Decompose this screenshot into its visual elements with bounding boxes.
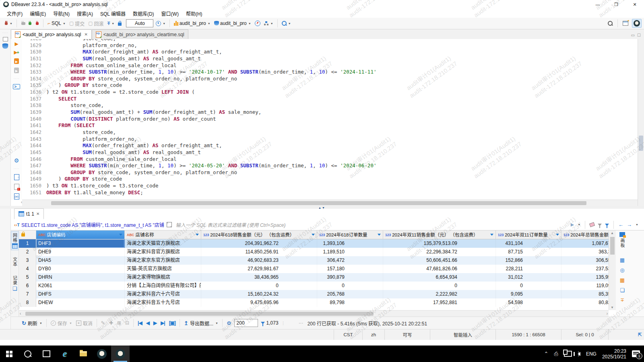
menu-item-4[interactable]: SQL 编辑器 <box>97 9 129 18</box>
metadata-panel-icon[interactable] <box>620 267 624 273</box>
data-cell[interactable]: 0 <box>201 282 317 290</box>
next-page-button[interactable]: ▶ <box>152 319 158 327</box>
data-cell[interactable]: 47,681,826.06 <box>383 265 496 273</box>
grid-panel-icon[interactable] <box>620 278 625 283</box>
data-cell[interactable]: 114,850,256.91 <box>201 248 317 256</box>
data-cell[interactable]: 0 <box>496 282 561 290</box>
data-cell[interactable]: DHRN <box>36 273 125 282</box>
data-cell[interactable]: 海澜之家天猫官方旗舰店 <box>125 239 201 248</box>
export-data-button[interactable]: 导出数据... ▼ <box>183 319 219 327</box>
editor-horizontal-scrollbar[interactable] <box>22 200 638 206</box>
export-script-icon[interactable] <box>14 174 19 180</box>
forward-arrow-icon[interactable]: → <box>627 222 632 228</box>
column-sort-dropdown-icon[interactable] <box>312 234 315 236</box>
minimize-button[interactable]: — <box>588 0 607 9</box>
database-navigator-icon[interactable] <box>2 43 8 50</box>
transaction-history-button[interactable]: ▼ <box>155 20 167 27</box>
menu-item-3[interactable]: 搜索(A) <box>73 9 97 18</box>
search-button[interactable]: ▼ <box>281 20 292 27</box>
expand-filter-icon[interactable] <box>167 222 172 227</box>
row-number-cell[interactable]: 1 <box>19 239 36 248</box>
data-cell[interactable]: 157,180 <box>317 265 383 273</box>
execute-script-button[interactable] <box>14 58 19 64</box>
data-cell[interactable]: 204,391,962.72 <box>201 239 317 248</box>
data-cell[interactable]: 152,866 <box>496 256 561 265</box>
first-page-button[interactable]: |◀ <box>136 319 143 327</box>
add-row-icon[interactable]: ✚ <box>109 320 113 326</box>
maximize-editor-icon[interactable]: ☐ <box>637 33 641 37</box>
data-cell[interactable]: 27,629,981.67 <box>201 265 317 273</box>
result-view-tab-2[interactable]: 记录 <box>11 274 19 292</box>
variables-file-icon[interactable]: (w) <box>14 193 19 200</box>
column-sort-dropdown-icon[interactable] <box>196 234 199 236</box>
data-cell[interactable]: 431,104 <box>496 239 561 248</box>
close-icon[interactable]: ✕ <box>36 212 39 216</box>
data-cell[interactable]: 22,296,384.72 <box>383 248 496 256</box>
start-button[interactable] <box>0 346 19 362</box>
connection-selector[interactable]: audit_bi_pro▼ <box>173 20 212 27</box>
row-number-cell[interactable]: 4 <box>19 265 36 273</box>
data-cell[interactable]: 0 <box>383 282 496 290</box>
data-cell[interactable]: 1,393,106 <box>317 239 383 248</box>
fetch-all-button[interactable]: [▣] <box>168 319 177 327</box>
value-panel-tab[interactable]: 画板 <box>619 232 625 248</box>
data-cell[interactable]: 306,553 <box>561 256 609 265</box>
sql-editor-button[interactable]: ⌐ SQL▼ <box>46 20 67 27</box>
data-cell[interactable]: 15,160,224.32 <box>201 290 317 298</box>
column-sort-dropdown-icon[interactable] <box>378 234 381 236</box>
column-header-6[interactable]: 1232024年总销售金额（元） （包含运费 <box>561 230 609 239</box>
aggregate-panel-icon[interactable] <box>620 298 624 302</box>
menu-item-1[interactable]: 编辑(E) <box>26 9 50 18</box>
task-view-button[interactable] <box>37 346 56 362</box>
dbeaver-perspective-button[interactable] <box>632 19 642 28</box>
maximize-button[interactable]: ❐ <box>607 0 625 9</box>
speaker-icon[interactable] <box>578 352 580 356</box>
data-cell[interactable]: 9,095 <box>496 290 561 298</box>
result-query-text[interactable]: SELECT t1.store_code AS "店铺编码", t1.store… <box>21 221 164 228</box>
data-cell[interactable]: DHF3 <box>36 239 125 248</box>
data-cell[interactable]: 89,798 <box>317 298 383 307</box>
autocommit-lock-button[interactable] <box>117 20 123 27</box>
menu-item-7[interactable]: 帮助(H) <box>182 9 206 18</box>
data-cell[interactable]: 228,211 <box>496 265 561 273</box>
internet-explorer-button[interactable]: e <box>56 346 74 362</box>
database-selector[interactable]: audit_bi_pro▼ <box>213 20 252 27</box>
disconnect-button[interactable] <box>34 20 40 27</box>
column-header-4[interactable]: 1232024年双11销售金额（元） （包含运费） <box>383 230 496 239</box>
history-dropdown-icon[interactable]: ▼ <box>636 223 638 226</box>
commit-button[interactable]: ▢ 提交 <box>68 19 86 28</box>
data-cell[interactable]: DHE9 <box>36 248 125 256</box>
data-cell[interactable]: 119,093 <box>561 282 609 290</box>
transaction-log-button[interactable]: T▼ <box>106 20 116 27</box>
restore-panel-icon[interactable] <box>3 37 8 41</box>
status-sync-icon[interactable]: ⇱ <box>636 329 644 340</box>
close-icon[interactable]: ✕ <box>84 32 87 37</box>
taskbar-clock[interactable]: 20:23 2025/10/21 <box>602 348 626 360</box>
save-button[interactable]: ✓ 保存 ▼ <box>50 319 73 327</box>
column-header-3[interactable]: 1232024年618订单数量 <box>317 230 383 239</box>
editor-tab-0[interactable]: <audit_bi_pro> analysis.sql✕ <box>11 29 92 39</box>
data-cell[interactable]: DHEW <box>36 298 125 307</box>
data-cell[interactable]: 306,472 <box>317 256 383 265</box>
data-cell[interactable]: 海澜之家京东官方旗舰店 <box>125 256 201 265</box>
layout-panel-icon[interactable] <box>620 288 625 293</box>
filter-dropdown-icon[interactable]: ▼ <box>578 223 580 226</box>
result-view-tab-0[interactable]: 网格 <box>11 231 19 250</box>
menu-item-0[interactable]: 文件(F) <box>3 9 26 18</box>
data-cell[interactable]: 87,715 <box>496 248 561 256</box>
close-button[interactable]: ✕ <box>625 0 644 9</box>
data-cell[interactable]: 80,829 <box>561 298 609 307</box>
grid-settings-icon[interactable] <box>227 321 231 326</box>
result-tab[interactable]: t1 1 ✕ <box>14 208 44 219</box>
grid-vertical-scrollbar[interactable]: ▲▼ <box>609 230 616 310</box>
scroll-left-arrow-icon[interactable]: ‹ <box>21 200 22 204</box>
explain-plan-button[interactable] <box>14 68 19 73</box>
dbeaver-taskbar-button[interactable] <box>93 346 111 362</box>
data-cell[interactable]: 6,654,934 <box>383 273 496 282</box>
tray-expand-icon[interactable]: ⌃ <box>544 351 549 357</box>
column-header-1[interactable]: ABC店铺名称 <box>125 230 201 239</box>
reconnect-button[interactable] <box>27 20 33 27</box>
editor-tab-1[interactable]: <audit_bi_pro> analysis_cleartime.sql <box>92 29 188 39</box>
data-cell[interactable]: 85,356 <box>561 290 609 298</box>
dbeaver-active-taskbar-button[interactable] <box>111 346 130 362</box>
